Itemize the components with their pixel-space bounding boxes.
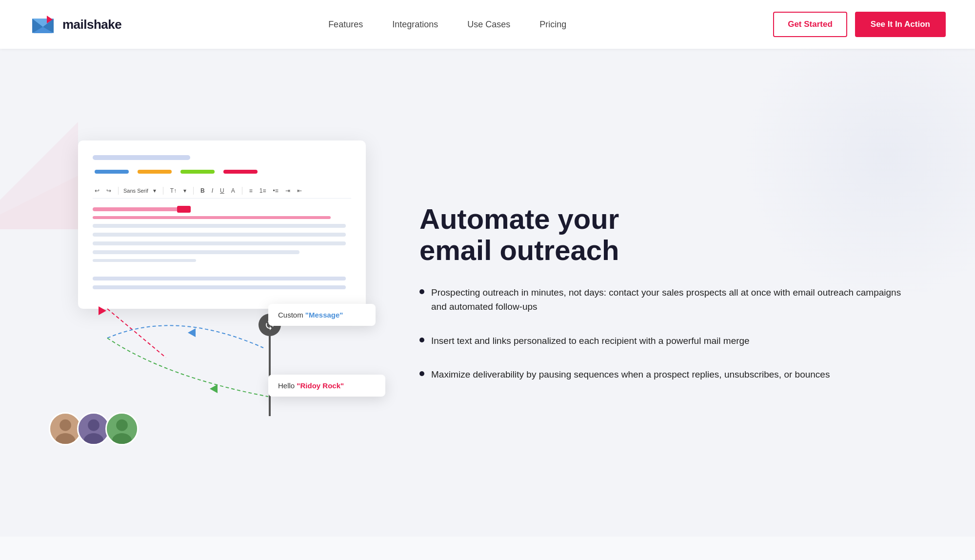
nav-links: Features Integrations Use Cases Pricing (328, 20, 566, 30)
avatar-3 (105, 412, 139, 445)
content-line-red-1 (93, 216, 331, 219)
toolbar-outdent[interactable]: ⇤ (295, 186, 304, 195)
popup1-text: Custom (278, 311, 305, 319)
toolbar-undo[interactable]: ↩ (93, 186, 101, 195)
green-arrow-icon (210, 384, 218, 393)
nav-item-pricing[interactable]: Pricing (539, 20, 566, 30)
toolbar-sep-4 (242, 187, 242, 195)
color-tabs (93, 170, 351, 174)
nav-item-use-cases[interactable]: Use Cases (467, 20, 510, 30)
toolbar-list-ol[interactable]: 1≡ (258, 186, 268, 195)
editor-top-bar (93, 155, 351, 160)
green-arrow (210, 384, 218, 395)
navbar: mailshake Features Integrations Use Case… (0, 0, 975, 49)
svg-line-8 (107, 309, 166, 358)
bullet-item-2: Insert text and links personalized to ea… (419, 334, 916, 348)
popup2-text: Hello (278, 381, 297, 390)
avatar-1-image (50, 412, 80, 445)
bullet-dot-2 (419, 338, 424, 342)
tab-blue (95, 170, 129, 174)
content-line-pink (93, 207, 191, 211)
blue-arrow-icon (188, 328, 196, 337)
popup-card-message: Custom "Message" (268, 304, 376, 326)
bullet-dot-3 (419, 371, 424, 376)
toolbar-underline[interactable]: U (218, 186, 226, 195)
editor-spacer (93, 262, 351, 277)
bullet-dot-1 (419, 289, 424, 294)
mailshake-logo-icon (29, 11, 57, 38)
toolbar-align[interactable]: ≡ (247, 186, 255, 195)
avatar-2-image (79, 412, 109, 445)
bullet-list: Prospecting outreach in minutes, not day… (419, 285, 916, 382)
toolbar-text-size-down[interactable]: ▾ (181, 186, 188, 195)
get-started-button[interactable]: Get Started (773, 12, 847, 37)
tab-red (223, 170, 258, 174)
illustration-area: ↩ ↪ Sans Serif ▾ T↑ ▾ B I U A ≡ 1≡ •≡ ⇥ … (49, 140, 380, 445)
svg-point-16 (116, 419, 128, 431)
toolbar-color[interactable]: A (229, 186, 237, 195)
red-arrow (99, 306, 106, 317)
blue-arrow (188, 328, 196, 339)
toolbar-italic[interactable]: I (210, 186, 215, 195)
toolbar-bold[interactable]: B (199, 186, 207, 195)
popup-card-ridoy: Hello "Ridoy Rock" (268, 375, 385, 397)
nav-buttons: Get Started See It In Action (773, 12, 946, 37)
avatars-row (49, 412, 139, 445)
see-it-in-action-button[interactable]: See It In Action (855, 12, 946, 37)
toolbar-list-ul[interactable]: •≡ (271, 186, 280, 195)
email-editor-card: ↩ ↪ Sans Serif ▾ T↑ ▾ B I U A ≡ 1≡ •≡ ⇥ … (78, 140, 366, 309)
toolbar-font-dropdown[interactable]: ▾ (151, 186, 158, 195)
red-arrow-icon (99, 306, 106, 315)
popup1-merge: "Message" (305, 311, 343, 319)
toolbar-sep-3 (193, 187, 194, 195)
toolbar-row: ↩ ↪ Sans Serif ▾ T↑ ▾ B I U A ≡ 1≡ •≡ ⇥ … (93, 183, 351, 199)
toolbar-font[interactable]: Sans Serif (123, 188, 148, 194)
top-bar-line-1 (93, 155, 190, 160)
svg-point-13 (88, 419, 99, 431)
svg-point-10 (60, 419, 71, 431)
nav-item-integrations[interactable]: Integrations (392, 20, 438, 30)
arrows-area: Custom "Message" Hello "Ridoy Rock" (78, 299, 366, 445)
content-line-3 (93, 241, 346, 245)
popup2-merge: "Ridoy Rock" (297, 381, 344, 390)
nav-item-features[interactable]: Features (328, 20, 363, 30)
tab-green (180, 170, 215, 174)
toolbar-redo[interactable]: ↪ (104, 186, 113, 195)
avatar-3-image (107, 412, 137, 445)
content-line-4 (93, 250, 299, 254)
hero-section: ↩ ↪ Sans Serif ▾ T↑ ▾ B I U A ≡ 1≡ •≡ ⇥ … (0, 49, 975, 537)
content-line-bottom-1 (93, 277, 346, 280)
toolbar-indent[interactable]: ⇥ (283, 186, 292, 195)
logo-text: mailshake (62, 17, 121, 32)
content-line-2 (93, 233, 346, 237)
toolbar-text-size[interactable]: T↑ (168, 186, 179, 195)
toolbar-sep-1 (118, 187, 119, 195)
content-line-bottom-2 (93, 285, 346, 289)
logo-area[interactable]: mailshake (29, 11, 121, 38)
tab-yellow (138, 170, 172, 174)
bullet-item-3: Maximize deliverability by pausing seque… (419, 367, 916, 381)
toolbar-sep-2 (163, 187, 163, 195)
content-line-1 (93, 224, 346, 228)
